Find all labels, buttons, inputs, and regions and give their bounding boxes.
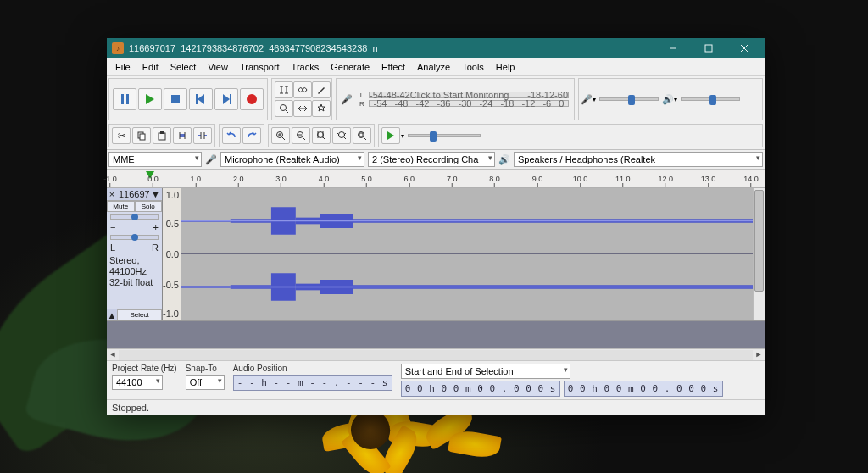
play-button[interactable]	[138, 88, 162, 110]
selection-start-field[interactable]: 0 0 h 0 0 m 0 0 . 0 0 0 s	[401, 381, 560, 397]
snap-combo[interactable]: Off	[186, 375, 225, 390]
selection-end-field[interactable]: 0 0 h 0 0 m 0 0 . 0 0 0 s	[564, 381, 723, 397]
gain-slider[interactable]	[110, 214, 159, 220]
undo-icon[interactable]	[222, 127, 241, 144]
draw-tool-icon[interactable]	[312, 81, 331, 98]
mic-icon: 🎤	[581, 94, 593, 105]
svg-line-25	[282, 137, 285, 140]
menu-generate[interactable]: Generate	[326, 60, 375, 74]
horizontal-scrollbar[interactable]: ◄ ►	[107, 348, 765, 360]
play-at-speed-button[interactable]	[381, 127, 400, 144]
project-rate-combo[interactable]: 44100	[112, 375, 163, 390]
toolbars: 🎤 L-54-48-42Click to Start Monitoring-18…	[107, 76, 765, 150]
svg-point-35	[339, 132, 345, 138]
fit-selection-icon[interactable]	[312, 127, 331, 144]
pan-slider[interactable]	[110, 235, 159, 240]
skip-start-button[interactable]	[189, 88, 213, 110]
zoom-out-icon[interactable]	[292, 127, 310, 144]
mute-button[interactable]: Mute	[107, 201, 135, 212]
minimize-button[interactable]	[658, 38, 688, 58]
audio-position-field[interactable]: - - h - - m - - . - - - s	[233, 375, 392, 391]
window-title: 116697017_1421793834876702_4693477908234…	[129, 43, 653, 53]
scroll-left-icon: ◄	[107, 350, 119, 360]
track-close-icon[interactable]: ×	[107, 189, 117, 199]
trim-icon[interactable]	[173, 127, 192, 144]
pause-button[interactable]	[113, 88, 136, 110]
fit-project-icon[interactable]	[332, 127, 351, 144]
svg-rect-15	[159, 133, 165, 140]
audacity-window: ♪ 116697017_1421793834876702_46934779082…	[107, 38, 765, 415]
status-bar: Stopped.	[107, 399, 765, 415]
svg-line-36	[344, 137, 346, 139]
svg-point-10	[281, 105, 287, 111]
envelope-tool-icon[interactable]	[293, 81, 312, 98]
mic-icon: 🎤	[205, 154, 217, 165]
selection-mode-combo[interactable]: Start and End of Selection	[401, 364, 570, 379]
svg-rect-39	[359, 133, 363, 136]
collapse-icon[interactable]: ▲	[107, 310, 117, 320]
tools-toolbar	[271, 78, 332, 120]
stop-button[interactable]	[164, 88, 187, 110]
record-channels-combo[interactable]: 2 (Stereo) Recording Cha	[368, 152, 495, 167]
zoom-tool-icon[interactable]	[275, 100, 293, 117]
silence-icon[interactable]	[193, 127, 212, 144]
menu-analyze[interactable]: Analyze	[412, 60, 455, 74]
track-name[interactable]: 116697017_	[117, 188, 149, 200]
paste-icon[interactable]	[153, 127, 171, 144]
vertical-scrollbar[interactable]	[753, 188, 765, 320]
playback-device-combo[interactable]: Speakers / Headphones (Realtek	[514, 152, 763, 167]
transport-toolbar	[108, 78, 268, 120]
menu-transport[interactable]: Transport	[235, 60, 285, 74]
speaker-icon: 🔊	[498, 154, 510, 165]
track-menu-icon[interactable]: ▼	[149, 189, 162, 199]
copy-icon[interactable]	[132, 127, 151, 144]
titlebar[interactable]: ♪ 116697017_1421793834876702_46934779082…	[107, 38, 765, 58]
tracks-area: × 116697017_ ▼ Mute Solo −+ LR Stereo, 4…	[107, 188, 765, 321]
track-control-panel[interactable]: × 116697017_ ▼ Mute Solo −+ LR Stereo, 4…	[107, 188, 163, 320]
svg-rect-17	[180, 134, 185, 137]
svg-point-31	[318, 132, 324, 138]
zoom-toggle-icon[interactable]	[353, 127, 371, 144]
svg-rect-16	[160, 131, 164, 134]
amplitude-scale: 1.0 0.5 0.0 -0.5 -1.0	[163, 188, 181, 320]
skip-end-button[interactable]	[214, 88, 238, 110]
track-select-button[interactable]: Select	[117, 309, 162, 320]
menu-tools[interactable]: Tools	[457, 60, 489, 74]
menu-edit[interactable]: Edit	[137, 60, 164, 74]
menu-effect[interactable]: Effect	[376, 60, 410, 74]
record-device-combo[interactable]: Microphone (Realtek Audio)	[220, 152, 364, 167]
device-toolbar: MME 🎤 Microphone (Realtek Audio) 2 (Ster…	[107, 150, 765, 170]
cut-icon[interactable]: ✂	[112, 127, 131, 144]
close-button[interactable]	[729, 38, 760, 58]
menu-view[interactable]: View	[203, 60, 233, 74]
solo-button[interactable]: Solo	[135, 201, 163, 212]
waveform-left[interactable]	[163, 188, 753, 254]
app-icon: ♪	[112, 42, 124, 54]
audio-host-combo[interactable]: MME	[108, 152, 202, 167]
selection-tool-icon[interactable]	[275, 81, 293, 98]
record-volume-slider[interactable]	[599, 97, 659, 101]
record-meter[interactable]: L-54-48-42Click to Start Monitoring-18-1…	[355, 92, 572, 108]
menu-file[interactable]: File	[110, 60, 136, 74]
record-meter-toolbar: 🎤 L-54-48-42Click to Start Monitoring-18…	[336, 78, 575, 120]
playback-volume-slider[interactable]	[681, 97, 740, 101]
multi-tool-icon[interactable]	[312, 100, 331, 117]
timeline-ruler[interactable]: -1.00.01.02.03.04.05.06.07.08.09.010.011…	[107, 170, 765, 188]
menu-select[interactable]: Select	[165, 60, 202, 74]
maximize-button[interactable]	[693, 38, 724, 58]
timeshift-tool-icon[interactable]	[293, 100, 312, 117]
selection-toolbar: Project Rate (Hz) 44100 Snap-To Off Audi…	[107, 360, 765, 399]
menu-tracks[interactable]: Tracks	[287, 60, 325, 74]
svg-rect-1	[705, 45, 712, 52]
play-speed-slider[interactable]	[408, 134, 481, 137]
empty-track-area[interactable]	[107, 321, 765, 348]
svg-line-29	[303, 137, 305, 140]
track-depth: 32-bit float	[109, 277, 159, 288]
record-button[interactable]	[240, 88, 264, 110]
zoom-in-icon[interactable]	[271, 127, 290, 144]
undo-toolbar	[219, 124, 264, 147]
menu-help[interactable]: Help	[491, 60, 520, 74]
redo-icon[interactable]	[242, 127, 261, 144]
waveform-right[interactable]	[163, 254, 753, 320]
scroll-right-icon: ►	[753, 350, 765, 360]
